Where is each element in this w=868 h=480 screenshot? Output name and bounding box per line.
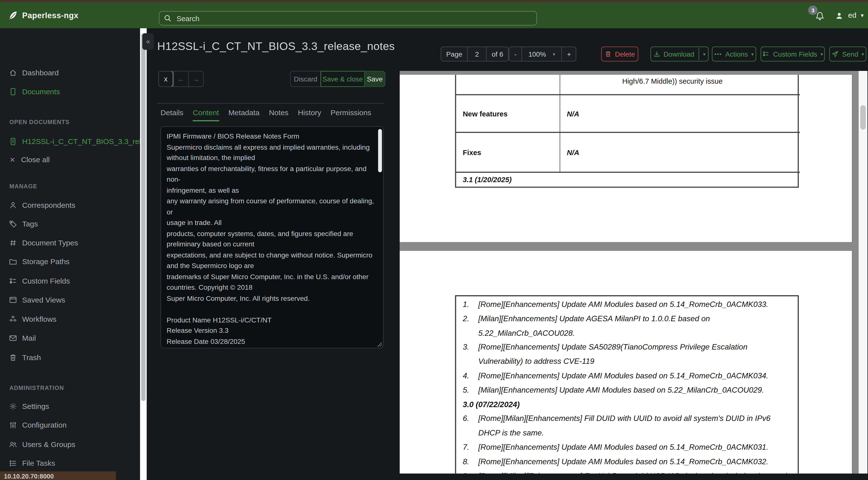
sidebar-item-custom-fields[interactable]: Custom Fields bbox=[9, 277, 70, 285]
tab-details[interactable]: Details bbox=[161, 109, 184, 121]
chevron-down-icon: ▾ bbox=[862, 51, 864, 57]
save-button-group: Discard Save & close Save bbox=[290, 71, 385, 87]
zoom-level-select[interactable]: 100% ▾ bbox=[522, 47, 561, 61]
mail-icon bbox=[9, 334, 17, 342]
sidebar-item-tags[interactable]: Tags bbox=[9, 220, 38, 228]
custom-fields-button[interactable]: Custom Fields ▾ bbox=[761, 47, 825, 62]
sidebar-item-saved-views[interactable]: Saved Views bbox=[9, 296, 65, 304]
sidebar-item-label: Trash bbox=[22, 354, 41, 362]
discard-button[interactable]: Discard bbox=[290, 71, 321, 87]
trash-icon bbox=[604, 51, 612, 58]
sidebar-item-open-document[interactable]: H12SSL-i_C_CT_NT_BIOS_3.3_rel... bbox=[9, 137, 147, 146]
window-icon bbox=[9, 296, 17, 304]
download-icon bbox=[653, 51, 660, 58]
search-input[interactable] bbox=[176, 13, 532, 23]
actions-button[interactable]: ••• Actions ▾ bbox=[712, 47, 756, 62]
sidebar-section-manage: MANAGE bbox=[9, 183, 37, 189]
pdf-page-2: 1.[Rome][Enhancements] Update AMI Module… bbox=[400, 251, 853, 474]
notifications-button[interactable]: 3 bbox=[814, 8, 826, 23]
sidebar-item-label: Correspondents bbox=[22, 201, 75, 209]
sidebar-item-workflows[interactable]: Workflows bbox=[9, 315, 57, 324]
sidebar-item-label: Settings bbox=[22, 402, 49, 411]
user-name: ed bbox=[848, 11, 857, 20]
sidebar-item-trash[interactable]: Trash bbox=[9, 354, 41, 362]
sidebar-scrollbar-thumb[interactable] bbox=[141, 33, 146, 401]
custom-fields-label: Custom Fields bbox=[773, 50, 817, 58]
save-button[interactable]: Save bbox=[364, 71, 385, 87]
boxes-icon bbox=[9, 315, 17, 324]
content-editor: IPMI Firmware / BIOS Release Notes Form … bbox=[161, 126, 384, 348]
resize-grip-icon[interactable] bbox=[377, 342, 382, 347]
send-button[interactable]: Send ▾ bbox=[829, 47, 867, 62]
browser-top-strip bbox=[0, 0, 868, 2]
page-title: H12SSL-i_C_CT_NT_BIOS_3.3_release_notes bbox=[157, 40, 395, 53]
panel-divider bbox=[157, 103, 384, 103]
custom-fields-icon bbox=[763, 51, 770, 58]
sidebar-item-mail[interactable]: Mail bbox=[9, 334, 36, 342]
pdf-ordered-list: 1.[Rome][Enhancements] Update AMI Module… bbox=[455, 295, 799, 474]
sidebar-item-label: Dashboard bbox=[22, 69, 59, 77]
sidebar-item-document-types[interactable]: Document Types bbox=[9, 239, 78, 247]
table-cell: Fixes bbox=[456, 133, 560, 173]
sidebar-item-label: Tags bbox=[22, 220, 38, 228]
doc-nav-group: x ← → bbox=[158, 71, 204, 87]
sidebar-item-file-tasks[interactable]: File Tasks bbox=[9, 459, 55, 468]
sidebar-item-dashboard[interactable]: Dashboard bbox=[9, 69, 59, 77]
zoom-control-group: - 100% ▾ + bbox=[509, 47, 577, 62]
download-dropdown-button[interactable]: ▾ bbox=[699, 48, 709, 61]
trash-icon bbox=[9, 354, 17, 362]
table-cell bbox=[456, 75, 560, 95]
user-menu[interactable]: ed ▼ bbox=[834, 9, 865, 21]
page-nav-group: Page 2 of 6 bbox=[441, 47, 509, 62]
pdf-list-item: 6.[Rome][Milan][Enhancements] Fill DUID … bbox=[463, 412, 793, 440]
tab-content[interactable]: Content bbox=[193, 109, 219, 121]
sidebar-scrollbar[interactable] bbox=[140, 28, 147, 480]
sidebar-item-label: Close all bbox=[21, 156, 50, 164]
header-right: 3 ed ▼ bbox=[814, 2, 865, 28]
pdf-list-item: 3.[Rome][Enhancements] Update SA50289(Ti… bbox=[463, 340, 793, 369]
app-logo[interactable]: Paperless-ngx bbox=[8, 2, 79, 28]
sidebar-item-label: Mail bbox=[22, 334, 36, 342]
content-textarea[interactable]: IPMI Firmware / BIOS Release Notes Form … bbox=[161, 126, 384, 348]
tab-metadata[interactable]: Metadata bbox=[228, 109, 259, 121]
save-and-close-button[interactable]: Save & close bbox=[320, 71, 365, 87]
tab-history[interactable]: History bbox=[298, 109, 321, 121]
next-document-button[interactable]: → bbox=[188, 71, 203, 86]
sidebar-section-open-documents: OPEN DOCUMENTS bbox=[9, 119, 70, 125]
sidebar-item-storage-paths[interactable]: Storage Paths bbox=[9, 258, 70, 266]
tab-notes[interactable]: Notes bbox=[269, 109, 288, 121]
zoom-in-button[interactable]: + bbox=[561, 47, 576, 61]
zoom-level-value: 100% bbox=[528, 50, 546, 58]
sidebar-item-label: Storage Paths bbox=[22, 258, 70, 266]
page-number-input[interactable]: 2 bbox=[467, 47, 486, 61]
sidebar-item-settings[interactable]: Settings bbox=[9, 402, 49, 411]
search-bar[interactable] bbox=[159, 11, 537, 26]
chevron-down-icon: ▾ bbox=[553, 51, 555, 57]
sidebar-item-label: Document Types bbox=[22, 239, 78, 247]
pdf-scrollbar-thumb[interactable] bbox=[860, 106, 866, 130]
content-scrollbar-thumb[interactable] bbox=[378, 129, 382, 172]
sidebar-item-users-groups[interactable]: Users & Groups bbox=[9, 440, 75, 449]
tab-permissions[interactable]: Permissions bbox=[331, 109, 371, 121]
person-icon bbox=[9, 201, 17, 209]
sidebar-collapse-button[interactable]: « bbox=[142, 33, 154, 50]
sidebar-section-administration: ADMINISTRATION bbox=[9, 385, 64, 391]
pdf-scrollbar[interactable] bbox=[859, 71, 868, 474]
sidebar-item-documents[interactable]: Documents bbox=[9, 88, 60, 96]
previous-document-button[interactable]: ← bbox=[173, 71, 188, 86]
sidebar-item-label: H12SSL-i_C_CT_NT_BIOS_3.3_rel... bbox=[22, 137, 147, 146]
pdf-table: High/6.7 Middle)) security issue New fea… bbox=[455, 75, 799, 188]
pdf-list-item: 8.[Rome][Enhancements] Update AMI Module… bbox=[463, 455, 793, 469]
hash-icon bbox=[9, 239, 17, 247]
sidebar-item-close-all[interactable]: Close all bbox=[9, 156, 50, 164]
table-cell: N/A bbox=[560, 133, 800, 173]
sidebar-item-correspondents[interactable]: Correspondents bbox=[9, 201, 75, 209]
zoom-out-button[interactable]: - bbox=[509, 47, 522, 61]
sidebar-item-label: Configuration bbox=[22, 421, 67, 429]
download-button[interactable]: Download ▾ bbox=[651, 47, 709, 62]
delete-button[interactable]: Delete bbox=[601, 47, 639, 62]
close-document-button[interactable]: x bbox=[158, 71, 174, 87]
sidebar-item-label: Saved Views bbox=[22, 296, 65, 304]
sidebar-item-configuration[interactable]: Configuration bbox=[9, 421, 67, 429]
sliders-icon bbox=[9, 421, 17, 429]
